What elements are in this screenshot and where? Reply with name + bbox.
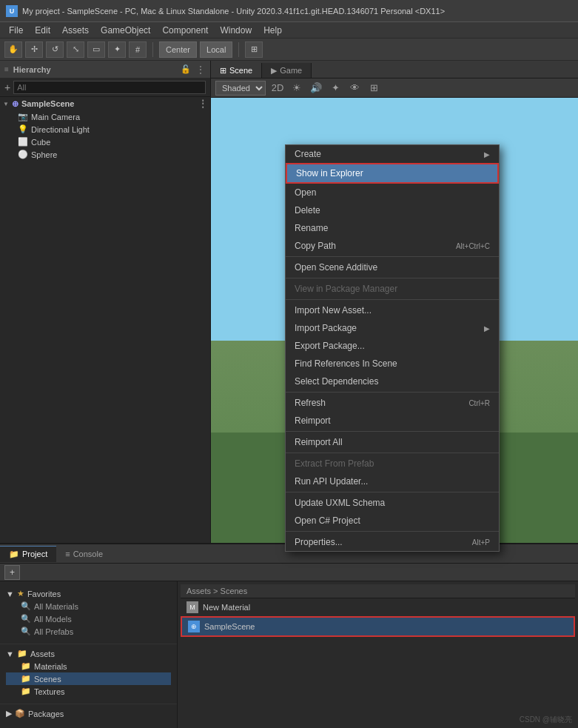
- bottom-panel: 📁 Project ≡ Console + ▼ ★ Favorites 🔍 Al…: [0, 543, 578, 728]
- rotate-tool-button[interactable]: ↺: [46, 41, 64, 58]
- menu-file[interactable]: File: [3, 24, 29, 37]
- ctx-show-in-explorer[interactable]: Show in Explorer: [286, 163, 499, 184]
- transform-tool-button[interactable]: ✦: [108, 41, 126, 58]
- hierarchy-search-input[interactable]: [13, 81, 206, 94]
- textures-folder[interactable]: 📁 Textures: [6, 685, 171, 698]
- hierarchy-item-sphere[interactable]: ⚪ Sphere: [0, 148, 210, 161]
- scene-icon-tab: ⊞: [220, 66, 226, 76]
- gizmos-toggle[interactable]: 👁: [347, 81, 362, 96]
- menu-help[interactable]: Help: [258, 24, 288, 37]
- menu-assets[interactable]: Assets: [56, 24, 95, 37]
- project-add-button[interactable]: +: [4, 565, 20, 580]
- ctx-import-new-asset[interactable]: Import New Asset...: [286, 301, 499, 319]
- scenes-folder-label: Scenes: [34, 675, 61, 684]
- ctx-update-uxml[interactable]: Update UXML Schema: [286, 494, 499, 512]
- scenes-folder-icon: 📁: [21, 674, 31, 684]
- search-icon-prefabs: 🔍: [21, 627, 31, 636]
- hierarchy-item-main-camera[interactable]: 📷 Main Camera: [0, 110, 210, 123]
- hierarchy-item-directional-light[interactable]: 💡 Directional Light: [0, 123, 210, 136]
- ctx-open-csharp-label: Open C# Project: [295, 515, 360, 526]
- effects-toggle[interactable]: ✦: [328, 81, 343, 96]
- hand-tool-button[interactable]: ✋: [4, 41, 22, 58]
- ctx-copy-path[interactable]: Copy Path Alt+Ctrl+C: [286, 237, 499, 255]
- textures-folder-icon: 📁: [21, 687, 31, 696]
- local-button[interactable]: Local: [200, 41, 232, 58]
- menu-edit[interactable]: Edit: [29, 24, 56, 37]
- all-models-label: All Models: [34, 615, 72, 624]
- all-models-item[interactable]: 🔍 All Models: [6, 612, 171, 625]
- game-tab-label: Game: [280, 66, 302, 75]
- hierarchy-item-cube[interactable]: ⬜ Cube: [0, 136, 210, 148]
- packages-arrow: ▶: [6, 709, 12, 718]
- move-tool-button[interactable]: ✢: [25, 41, 43, 58]
- tab-scene[interactable]: ⊞ Scene: [211, 63, 262, 78]
- shading-select[interactable]: Shaded: [215, 81, 266, 96]
- menu-gameobject[interactable]: GameObject: [95, 24, 156, 37]
- all-prefabs-item[interactable]: 🔍 All Prefabs: [6, 625, 171, 638]
- ctx-select-dependencies[interactable]: Select Dependencies: [286, 373, 499, 390]
- ctx-delete-label: Delete: [295, 205, 320, 216]
- ctx-open-label: Open: [295, 187, 316, 198]
- ctx-update-uxml-label: Update UXML Schema: [295, 498, 385, 508]
- tab-console[interactable]: ≡ Console: [56, 547, 112, 561]
- custom-tool-button[interactable]: #: [129, 41, 147, 58]
- assets-section: ▼ 📁 Assets 📁 Materials 📁 Scenes 📁 Textur…: [0, 644, 177, 701]
- materials-folder[interactable]: 📁 Materials: [6, 660, 171, 672]
- ctx-export-package[interactable]: Export Package...: [286, 337, 499, 355]
- toolbar-divider-1: [152, 42, 153, 57]
- menu-component[interactable]: Component: [156, 24, 214, 37]
- ctx-open-scene-additive[interactable]: Open Scene Additive: [286, 258, 499, 276]
- ctx-view-package-manager-label: View in Package Manager: [295, 284, 397, 294]
- favorites-header[interactable]: ▼ ★ Favorites: [6, 587, 171, 600]
- tab-project[interactable]: 📁 Project: [0, 546, 56, 562]
- assets-header[interactable]: ▼ 📁 Assets: [6, 647, 171, 660]
- tab-game[interactable]: ▶ Game: [262, 63, 312, 78]
- ctx-extract-from-prefab: Extract From Prefab: [286, 455, 499, 472]
- ctx-reimport[interactable]: Reimport: [286, 412, 499, 430]
- breadcrumb: Assets > Scenes: [181, 584, 575, 598]
- favorites-section: ▼ ★ Favorites 🔍 All Materials 🔍 All Mode…: [0, 584, 177, 641]
- packages-header[interactable]: ▶ 📦 Packages: [6, 707, 171, 720]
- 2d-toggle[interactable]: 2D: [270, 81, 285, 96]
- ctx-show-in-explorer-label: Show in Explorer: [296, 168, 363, 178]
- ctx-delete[interactable]: Delete: [286, 201, 499, 219]
- scene-options[interactable]: ⋮: [198, 98, 207, 109]
- all-materials-item[interactable]: 🔍 All Materials: [6, 600, 171, 612]
- new-material-item[interactable]: M New Material: [181, 598, 575, 616]
- ctx-extract-from-prefab-label: Extract From Prefab: [295, 458, 374, 469]
- materials-folder-icon: 📁: [21, 661, 31, 671]
- ctx-separator-5: [286, 431, 499, 432]
- ctx-reimport-all[interactable]: Reimport All: [286, 433, 499, 451]
- ctx-find-references[interactable]: Find References In Scene: [286, 355, 499, 373]
- sample-scene-item[interactable]: ⊕ SampleScene: [181, 616, 575, 637]
- favorites-label: Favorites: [27, 590, 61, 598]
- ctx-import-new-asset-label: Import New Asset...: [295, 305, 372, 315]
- center-button[interactable]: Center: [159, 41, 197, 58]
- ctx-properties[interactable]: Properties... Alt+P: [286, 533, 499, 551]
- camera-icon: 📷: [18, 112, 28, 121]
- audio-toggle[interactable]: 🔊: [309, 81, 323, 96]
- lighting-toggle[interactable]: ☀: [289, 81, 304, 96]
- ctx-open[interactable]: Open: [286, 184, 499, 201]
- project-icon: 📁: [9, 550, 19, 559]
- grid-button[interactable]: ⊞: [245, 41, 263, 58]
- lock-icon[interactable]: 🔓: [181, 64, 191, 74]
- scenes-folder[interactable]: 📁 Scenes: [6, 672, 171, 685]
- scale-tool-button[interactable]: ⤡: [67, 41, 84, 58]
- scene-tab-label: Scene: [229, 66, 252, 75]
- ctx-import-package[interactable]: Import Package ▶: [286, 319, 499, 337]
- hamburger-icon[interactable]: ⋮: [195, 64, 206, 76]
- ctx-open-csharp[interactable]: Open C# Project: [286, 512, 499, 530]
- ctx-run-api-updater[interactable]: Run API Updater...: [286, 472, 499, 490]
- rect-tool-button[interactable]: ▭: [87, 41, 105, 58]
- menu-window[interactable]: Window: [214, 24, 258, 37]
- assets-arrow: ▼: [6, 649, 14, 658]
- ctx-rename[interactable]: Rename: [286, 219, 499, 237]
- add-hierarchy-button[interactable]: +: [4, 81, 10, 93]
- main-camera-label: Main Camera: [31, 113, 80, 121]
- scene-item[interactable]: ▼ ⊕ SampleScene ⋮: [0, 97, 210, 110]
- ctx-create[interactable]: Create ▶: [286, 145, 499, 163]
- packages-section: ▶ 📦 Packages: [0, 704, 177, 723]
- grid-toggle[interactable]: ⊞: [366, 81, 381, 96]
- ctx-refresh[interactable]: Refresh Ctrl+R: [286, 394, 499, 412]
